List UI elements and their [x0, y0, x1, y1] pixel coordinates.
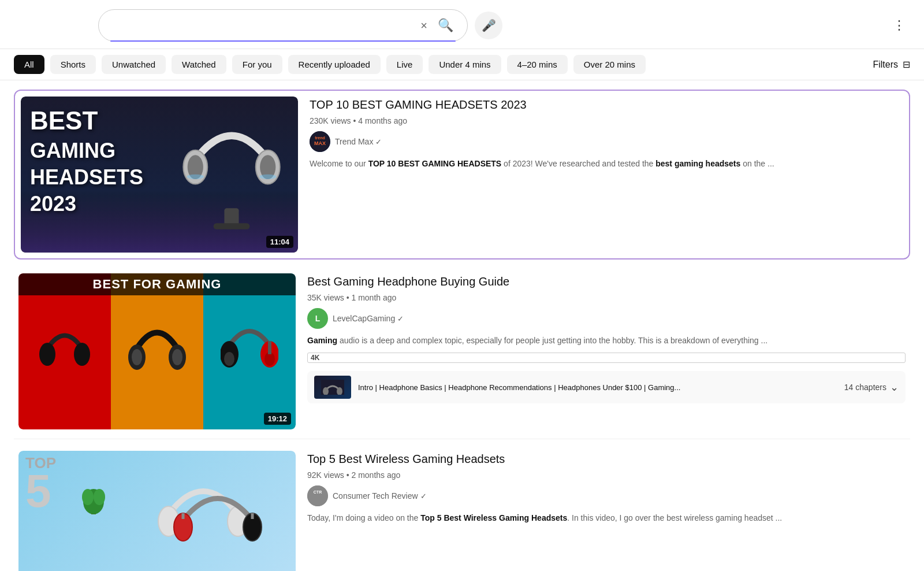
chip-live[interactable]: Live: [386, 55, 423, 74]
video-title[interactable]: Best Gaming Headphone Buying Guide: [307, 273, 906, 290]
chip-4-20-mins[interactable]: 4–20 mins: [507, 55, 568, 74]
chip-recently-uploaded[interactable]: Recently uploaded: [288, 55, 381, 74]
video-description: Today, I'm doing a video on the Top 5 Be…: [307, 512, 906, 524]
verified-icon: ✓: [375, 138, 382, 146]
chip-all[interactable]: All: [14, 55, 44, 74]
chapter-thumb-icon: [321, 380, 344, 395]
thumb1-headset-svg: [171, 99, 292, 232]
video-description: Welcome to our TOP 10 BEST GAMING HEADSE…: [310, 158, 903, 170]
svg-text:CTR: CTR: [314, 490, 322, 494]
thumb3-headsets-svg: [151, 457, 290, 571]
chapters-count: 14 chapters ⌄: [844, 381, 899, 394]
results-area: BEST GAMING HEADSETS 2023: [0, 80, 924, 571]
chip-shorts[interactable]: Shorts: [50, 55, 96, 74]
channel-avatar[interactable]: trend MAX: [310, 131, 330, 152]
video-card: TOP 5: [14, 442, 910, 571]
microphone-icon: 🎤: [482, 18, 496, 32]
channel-row: L LevelCapGaming ✓: [307, 308, 906, 329]
svg-rect-5: [214, 223, 250, 229]
chapters-row[interactable]: Intro | Headphone Basics | Headphone Rec…: [307, 371, 906, 403]
video-info: Top 5 Best Wireless Gaming Headsets 92K …: [307, 451, 906, 571]
chip-under-4-mins[interactable]: Under 4 mins: [429, 55, 501, 74]
video-title[interactable]: Top 5 Best Wireless Gaming Headsets: [307, 451, 906, 467]
video-meta: 92K views • 2 months ago: [307, 470, 906, 480]
video-duration: 19:12: [264, 413, 291, 425]
video-title[interactable]: TOP 10 BEST GAMING HEADSETS 2023: [310, 97, 903, 113]
svg-point-18: [224, 352, 234, 366]
video-thumbnail[interactable]: BEST FOR GAMING 19:12: [18, 273, 296, 429]
plant-icon: [82, 485, 105, 514]
svg-point-27: [82, 489, 94, 505]
chip-watched[interactable]: Watched: [172, 55, 226, 74]
chapter-thumbnail: [314, 376, 351, 399]
video-meta: 230K views • 4 months ago: [310, 116, 903, 125]
svg-point-7: [259, 175, 276, 179]
svg-point-28: [94, 489, 105, 505]
filters-label: Filters: [873, 60, 898, 70]
search-input-wrapper: best headphones for gaming × 🔍: [98, 9, 468, 42]
search-input[interactable]: best headphones for gaming: [110, 20, 412, 32]
chip-over-20-mins[interactable]: Over 20 mins: [573, 55, 646, 74]
video-thumbnail[interactable]: BEST GAMING HEADSETS 2023: [21, 97, 298, 253]
voice-search-button[interactable]: 🎤: [475, 12, 502, 39]
video-meta: 35K views • 1 month ago: [307, 293, 906, 302]
thumb1-year-text: 2023: [30, 194, 76, 214]
video-card: BEST FOR GAMING 19:12 Best Gaming Headph…: [14, 264, 910, 439]
svg-point-15: [132, 349, 142, 365]
consumer-tech-logo: CTR: [307, 485, 328, 506]
video-duration: 11:04: [266, 236, 293, 248]
headphone1-icon: [36, 317, 94, 386]
video-info: TOP 10 BEST GAMING HEADSETS 2023 230K vi…: [310, 97, 903, 253]
more-options-button[interactable]: ⋮: [888, 16, 910, 35]
channel-name[interactable]: Consumer Tech Review ✓: [333, 491, 427, 500]
thumb3-top5: TOP 5: [25, 455, 56, 512]
channel-row: trend MAX Trend Max ✓: [310, 131, 903, 152]
channel-avatar[interactable]: CTR: [307, 485, 328, 506]
svg-text:trend: trend: [315, 136, 325, 140]
channel-avatar[interactable]: L: [307, 308, 328, 329]
thumb2-banner-text: BEST FOR GAMING: [18, 273, 296, 295]
svg-point-12: [74, 343, 90, 366]
trendmax-logo: trend MAX: [310, 131, 330, 152]
channel-row: CTR Consumer Tech Review ✓: [307, 485, 906, 506]
chip-unwatched[interactable]: Unwatched: [102, 55, 166, 74]
svg-point-6: [187, 175, 204, 179]
svg-point-16: [172, 349, 182, 365]
thumb1-gaming-text: GAMING: [30, 140, 116, 161]
search-bar-area: best headphones for gaming × 🔍 🎤 ⋮: [0, 0, 924, 49]
video-description: Gaming audio is a deep and complex topic…: [307, 335, 906, 347]
video-card: BEST GAMING HEADSETS 2023: [14, 90, 910, 259]
thumb1-headsets-text: HEADSETS: [30, 167, 143, 188]
headphone2-icon: [128, 314, 186, 389]
chevron-down-icon[interactable]: ⌄: [890, 381, 899, 394]
filters-icon: ⊟: [903, 59, 910, 70]
video-info: Best Gaming Headphone Buying Guide 35K v…: [307, 273, 906, 429]
verified-icon: ✓: [420, 492, 427, 500]
channel-name[interactable]: Trend Max ✓: [335, 137, 382, 146]
channel-name[interactable]: LevelCapGaming ✓: [333, 314, 404, 323]
clear-button[interactable]: ×: [418, 17, 430, 34]
filter-chips-row: All Shorts Unwatched Watched For you Rec…: [0, 49, 924, 80]
video-thumbnail[interactable]: TOP 5: [18, 451, 296, 571]
svg-text:MAX: MAX: [314, 140, 326, 146]
thumb1-best-text: BEST: [30, 108, 98, 134]
chapters-text: Intro | Headphone Basics | Headphone Rec…: [358, 383, 837, 392]
badge-4k: 4K: [307, 353, 906, 363]
chip-for-you[interactable]: For you: [232, 55, 282, 74]
verified-icon: ✓: [397, 314, 404, 323]
more-icon: ⋮: [893, 18, 906, 32]
search-button[interactable]: 🔍: [435, 16, 456, 35]
svg-point-35: [307, 485, 328, 506]
filters-button[interactable]: Filters ⊟: [873, 59, 910, 70]
headphone3-icon: [221, 314, 278, 389]
svg-point-11: [39, 343, 55, 366]
